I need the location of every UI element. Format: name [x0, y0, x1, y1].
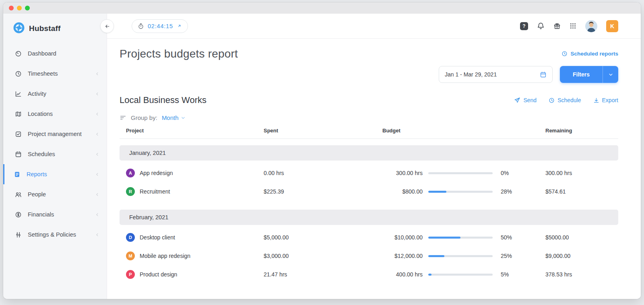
column-header-project: Project [120, 128, 264, 134]
organization-badge[interactable]: K [606, 20, 618, 32]
percent-value: 50% [495, 234, 545, 241]
sidebar-item-activity[interactable]: Activity [3, 84, 107, 104]
remaining-value: $574.61 [545, 188, 618, 195]
spent-value: 0.00 hrs [264, 170, 382, 176]
column-header-budget: Budget [382, 128, 423, 134]
avatar-photo-icon [585, 20, 597, 32]
help-button[interactable]: ? [520, 22, 528, 30]
clock-icon [561, 51, 568, 57]
project-name: Recruitment [140, 188, 170, 195]
project-management-icon [15, 131, 22, 138]
project-avatar: M [126, 251, 135, 260]
rewards-button[interactable] [553, 23, 561, 30]
calendar-icon [540, 71, 547, 78]
timer-widget[interactable]: 02:44:15 [132, 19, 188, 33]
sidebar-item-label: Locations [28, 111, 53, 117]
hubstaff-logo-icon [13, 22, 25, 35]
sidebar-item-label: Dashboard [28, 50, 56, 57]
window-titlebar [3, 2, 641, 14]
sidebar-item-dashboard[interactable]: Dashboard [3, 43, 107, 64]
gift-icon [553, 23, 561, 30]
sidebar-item-project-management[interactable]: Project management [3, 124, 107, 144]
remaining-value: 300.00 hrs [545, 170, 618, 176]
timesheets-icon [15, 70, 22, 77]
percent-value: 0% [495, 170, 545, 176]
table-row[interactable]: P Product design 21.47 hrs 400.00 hrs 5%… [120, 265, 618, 284]
filters-split-button: Filters [560, 66, 618, 83]
chevron-left-icon [95, 132, 99, 136]
budget-value: 300.00 hrs [382, 170, 423, 176]
stopwatch-icon [138, 23, 144, 29]
chevron-down-icon [608, 72, 613, 77]
locations-icon [15, 111, 22, 117]
topbar: 02:44:15 ? [107, 14, 641, 39]
chevron-left-icon [95, 92, 99, 96]
sort-lines-icon [120, 114, 126, 121]
back-button[interactable] [100, 19, 114, 33]
main-area: 02:44:15 ? [107, 14, 641, 299]
sidebar-item-locations[interactable]: Locations [3, 104, 107, 124]
project-name: App redesign [140, 170, 173, 176]
chevron-left-icon [95, 112, 99, 116]
chevron-left-icon [95, 152, 99, 157]
budget-progress-bar [428, 191, 493, 193]
table-row[interactable]: M Mobile app redesign $3,000.00 $12,000.… [120, 247, 618, 265]
brand[interactable]: Hubstaff [3, 14, 107, 43]
reports-icon [14, 171, 21, 178]
table-row[interactable]: R Recruitment $225.39 $800.00 28% $574.6… [120, 182, 618, 201]
sidebar-item-financials[interactable]: Financials [3, 204, 107, 225]
timer-value: 02:44:15 [148, 23, 173, 29]
budget-progress-bar [428, 255, 493, 257]
schedule-button[interactable]: Schedule [549, 97, 581, 103]
table-row[interactable]: D Desktop client $5,000.00 $10,000.00 50… [120, 228, 618, 247]
column-header-remaining: Remaining [545, 128, 618, 134]
budget-value: $10,000.00 [382, 234, 423, 241]
sidebar-item-label: Settings & Policies [28, 231, 76, 238]
user-avatar[interactable] [585, 20, 597, 32]
minimize-window-button[interactable] [17, 6, 22, 10]
budget-value: $800.00 [382, 188, 423, 195]
percent-value: 5% [495, 271, 545, 278]
chevron-left-icon [95, 172, 99, 177]
close-window-button[interactable] [9, 6, 14, 10]
sidebar-item-label: People [28, 191, 46, 198]
sidebar-item-label: Activity [28, 91, 46, 97]
send-button[interactable]: Send [514, 97, 537, 103]
budget-value: $12,000.00 [382, 253, 423, 259]
budget-value: 400.00 hrs [382, 271, 423, 278]
organization-name: Local Business Works [120, 95, 206, 105]
project-avatar: P [126, 270, 135, 279]
budget-progress-bar [428, 237, 493, 239]
sidebar-item-label: Financials [28, 211, 54, 218]
apps-menu-button[interactable] [570, 23, 576, 29]
arrow-left-icon [104, 23, 110, 29]
filters-dropdown-button[interactable] [603, 66, 618, 83]
schedules-icon [15, 151, 22, 158]
brand-name: Hubstaff [29, 24, 61, 33]
sidebar-item-reports[interactable]: Reports [3, 164, 107, 184]
budgets-table: Project Spent Budget Remaining January, … [120, 128, 618, 284]
table-header: Project Spent Budget Remaining [120, 128, 618, 139]
project-name: Desktop client [140, 234, 175, 241]
settings-icon [15, 231, 22, 238]
filters-button[interactable]: Filters [560, 66, 603, 83]
percent-value: 25% [495, 253, 545, 259]
content: Projects budgets report Scheduled report… [107, 39, 641, 299]
sidebar-item-schedules[interactable]: Schedules [3, 144, 107, 164]
remaining-value: $5000.00 [545, 234, 618, 241]
sidebar-item-people[interactable]: People [3, 184, 107, 204]
financials-icon [15, 211, 22, 218]
zoom-window-button[interactable] [25, 6, 30, 10]
sidebar-item-timesheets[interactable]: Timesheets [3, 64, 107, 84]
export-button[interactable]: Export [593, 97, 618, 103]
chevron-left-icon [95, 233, 99, 237]
project-name: Mobile app redesign [140, 253, 190, 259]
table-row[interactable]: A App redesign 0.00 hrs 300.00 hrs 0% 30… [120, 164, 618, 182]
notifications-button[interactable] [537, 22, 545, 30]
project-avatar: D [126, 233, 135, 242]
scheduled-reports-link[interactable]: Scheduled reports [561, 51, 618, 57]
project-avatar: A [126, 169, 135, 177]
group-by-dropdown[interactable]: Month [162, 114, 186, 121]
sidebar-item-settings-policies[interactable]: Settings & Policies [3, 225, 107, 245]
date-range-picker[interactable]: Jan 1 - Mar 29, 2021 [439, 66, 553, 83]
